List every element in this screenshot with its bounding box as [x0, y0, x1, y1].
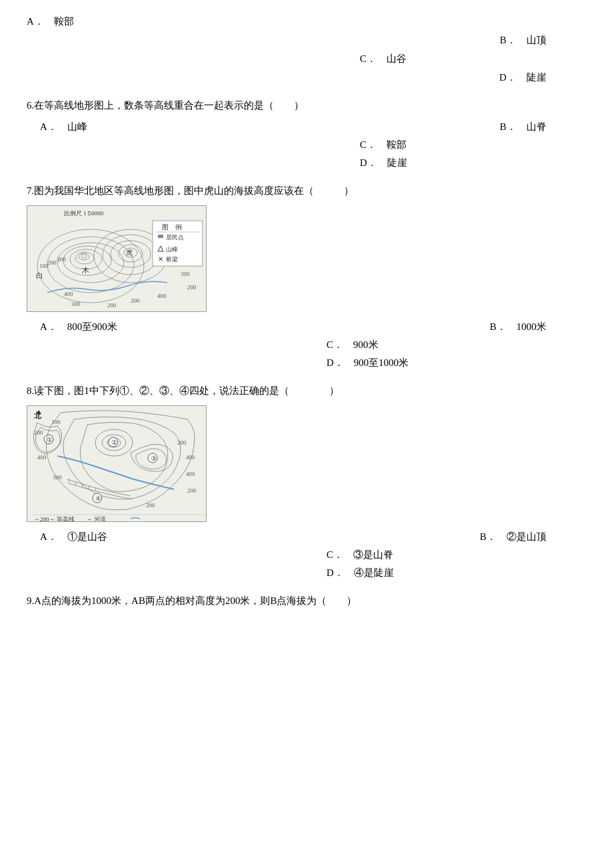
svg-text:④: ④ [95, 495, 101, 502]
svg-text:200: 200 [107, 302, 117, 309]
scale-label: 比例尺 1∶50000 [64, 210, 104, 217]
svg-text:③: ③ [151, 455, 157, 462]
question-8: 8.读下图，图1中下列①、②、③、④四处，说法正确的是（ ） 北 ① [27, 383, 586, 581]
svg-text:300: 300 [181, 271, 190, 277]
svg-text:400: 400 [186, 454, 195, 461]
option-7B: B． 1000米 [306, 319, 586, 335]
svg-text:400: 400 [157, 293, 167, 299]
option-5B-placeholder [306, 13, 586, 29]
option-7A: A． 800至900米 [27, 319, 306, 335]
svg-rect-27 [158, 235, 163, 238]
svg-text:200: 200 [187, 284, 197, 291]
topo-map-q8: 北 ① [27, 405, 207, 522]
topo-svg-q7: 比例尺 1∶50000 [27, 206, 207, 312]
svg-text:200: 200 [187, 487, 197, 494]
option-5B: B． 山顶 [306, 32, 586, 48]
question-9: 9.A点的海拔为1000米，AB两点的相对高度为200米，则B点海拔为（ ） [27, 593, 586, 609]
option-7D: D． 900至1000米 [306, 355, 586, 371]
svg-text:300: 300 [57, 256, 66, 263]
option-6D: D． 陡崖 [306, 155, 586, 171]
svg-text:400: 400 [186, 471, 195, 477]
svg-text:400: 400 [37, 454, 47, 461]
svg-text:200: 200 [47, 259, 57, 266]
svg-text:✕: ✕ [158, 255, 163, 263]
question-7-text: 7.图为我国华北地区等高线地形图，图中虎山的海拔高度应该在（ ） [27, 183, 586, 199]
svg-text:400: 400 [64, 291, 73, 297]
option-8C: C． ③是山脊 [306, 547, 586, 563]
svg-text:200: 200 [177, 439, 187, 446]
svg-text:①: ① [47, 436, 53, 443]
svg-text:300: 300 [53, 474, 62, 481]
svg-text:山峰: 山峰 [166, 246, 178, 253]
topo-svg-q8: 北 ① [27, 406, 207, 522]
topo-map-q7: 比例尺 1∶50000 [27, 205, 207, 312]
question-6: 6.在等高线地形图上，数条等高线重合在一起表示的是（ ） A． 山峰 B． 山脊… [27, 97, 586, 171]
question-5-options: A． 鞍部 B． 山顶 C． 山谷 D． 陡崖 [27, 13, 586, 85]
question-7-map: 比例尺 1∶50000 [27, 205, 586, 312]
svg-text:200: 200 [34, 429, 43, 436]
svg-text:居民点: 居民点 [166, 234, 184, 241]
option-6A: A． 山峰 [27, 119, 306, 135]
option-8D: D． ④是陡崖 [306, 565, 586, 581]
svg-text:白: 白 [36, 271, 43, 279]
svg-text:100: 100 [51, 419, 61, 425]
question-8-text: 8.读下图，图1中下列①、②、③、④四处，说法正确的是（ ） [27, 383, 586, 399]
svg-text:图　例: 图 例 [162, 223, 182, 231]
svg-text:桥梁: 桥梁 [165, 256, 178, 263]
option-5D: D． 陡崖 [306, 69, 586, 85]
option-5C: C． 山谷 [306, 51, 586, 67]
svg-text:～200～ 等高线　　～ 河流: ～200～ 等高线 ～ 河流 [34, 516, 106, 522]
option-7C: C． 900米 [306, 337, 586, 353]
question-7: 7.图为我国华北地区等高线地形图，图中虎山的海拔高度应该在（ ） 比例尺 1∶5… [27, 183, 586, 371]
svg-text:木: 木 [82, 266, 89, 274]
option-8B: B． ②是山顶 [306, 529, 586, 545]
svg-text:②: ② [111, 439, 117, 446]
svg-text:200: 200 [146, 502, 155, 509]
question-8-map: 北 ① [27, 405, 586, 522]
svg-text:300: 300 [71, 301, 81, 307]
svg-text:虎: 虎 [126, 249, 133, 256]
svg-text:200: 200 [131, 297, 140, 304]
question-9-text: 9.A点的海拔为1000米，AB两点的相对高度为200米，则B点海拔为（ ） [27, 593, 586, 609]
option-6B: B． 山脊 [306, 119, 586, 135]
question-6-text: 6.在等高线地形图上，数条等高线重合在一起表示的是（ ） [27, 97, 586, 113]
option-5A: A． 鞍部 [27, 13, 306, 29]
option-6C: C． 鞍部 [306, 137, 586, 153]
option-8A: A． ①是山谷 [27, 529, 306, 545]
